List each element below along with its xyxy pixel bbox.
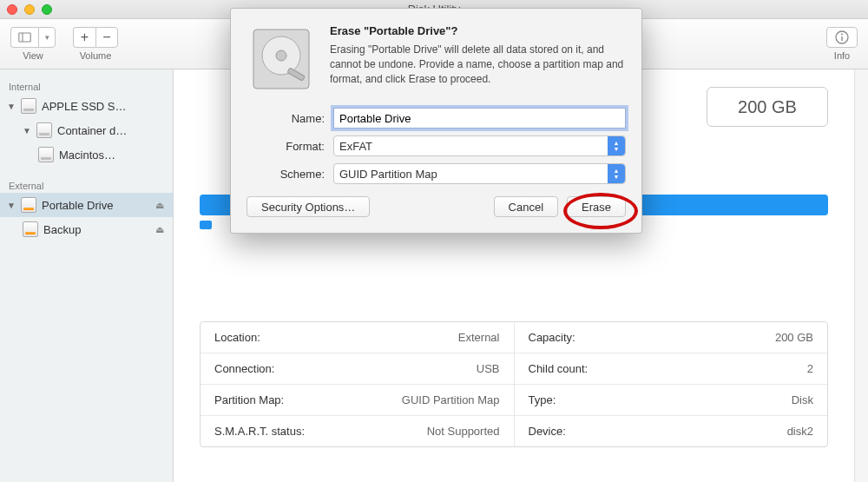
scheme-select[interactable]: GUID Partition Map ▲▼	[333, 163, 626, 184]
info-key: Child count:	[529, 362, 589, 375]
erase-button[interactable]: Erase	[567, 196, 626, 217]
eject-icon[interactable]: ⏏	[155, 200, 164, 211]
disclosure-triangle-icon[interactable]: ▼	[7, 102, 16, 111]
info-key: Type:	[529, 393, 556, 406]
info-key: Capacity:	[529, 331, 575, 344]
name-label: Name:	[247, 112, 333, 125]
select-arrows-icon: ▲▼	[608, 136, 625, 155]
sidebar-item-apple-ssd[interactable]: ▼ APPLE SSD S…	[0, 94, 173, 118]
remove-volume-button[interactable]: −	[95, 27, 118, 48]
sidebar-header-external: External	[0, 175, 173, 193]
sidebar-item-label: APPLE SSD S…	[42, 100, 127, 113]
info-value: 200 GB	[775, 331, 813, 344]
format-select[interactable]: ExFAT ▲▼	[333, 135, 626, 156]
info-key: S.M.A.R.T. status:	[214, 425, 305, 438]
dialog-form: Name: Format: ExFAT ▲▼ Scheme: GUID Part…	[247, 108, 626, 184]
usage-legend-chip	[200, 221, 212, 229]
security-options-button[interactable]: Security Options…	[247, 196, 370, 217]
external-drive-icon	[23, 221, 38, 237]
capacity-box: 200 GB	[707, 87, 828, 127]
drive-icon	[36, 122, 52, 138]
name-field[interactable]	[333, 108, 626, 129]
hard-drive-icon	[247, 24, 316, 94]
volume-group: + − Volume	[73, 27, 118, 61]
info-value: Disk	[792, 393, 813, 406]
info-group: Info	[826, 27, 858, 61]
drive-icon	[21, 98, 36, 114]
view-dropdown-button[interactable]: ▾	[38, 27, 56, 48]
table-row: Partition Map:GUID Partition Map Type:Di…	[201, 385, 827, 416]
format-label: Format:	[247, 140, 333, 153]
dialog-title: Erase "Portable Drive"?	[330, 24, 626, 37]
sidebar-item-label: Backup	[43, 223, 81, 236]
info-value: GUID Partition Map	[402, 393, 500, 406]
scrollbar[interactable]	[854, 69, 868, 482]
info-value: External	[458, 331, 500, 344]
sidebar-header-internal: Internal	[0, 76, 173, 94]
svg-point-7	[841, 34, 843, 36]
table-row: S.M.A.R.T. status:Not Supported Device:d…	[201, 416, 827, 446]
svg-point-11	[276, 50, 286, 61]
svg-rect-0	[19, 33, 30, 42]
table-row: Location:External Capacity:200 GB	[201, 322, 827, 353]
info-button[interactable]	[826, 27, 858, 48]
disk-utility-window: Disk Utility ▾ View + − Volume	[0, 0, 868, 482]
info-value: USB	[477, 362, 500, 375]
cancel-button[interactable]: Cancel	[494, 196, 558, 217]
erase-dialog: Erase "Portable Drive"? Erasing "Portabl…	[230, 8, 642, 234]
eject-icon[interactable]: ⏏	[155, 224, 164, 235]
format-value: ExFAT	[339, 140, 372, 153]
scheme-value: GUID Partition Map	[339, 168, 437, 181]
view-group: ▾ View	[10, 27, 56, 61]
info-key: Device:	[529, 425, 566, 438]
table-row: Connection:USB Child count:2	[201, 353, 827, 385]
sidebar-item-backup[interactable]: Backup ⏏	[0, 217, 173, 241]
sidebar-icon	[18, 30, 31, 45]
sidebar-item-label: Portable Drive	[42, 199, 113, 212]
info-icon	[834, 30, 850, 45]
view-label: View	[23, 50, 43, 61]
sidebar-item-portable-drive[interactable]: ▼ Portable Drive ⏏	[0, 193, 173, 217]
drive-icon	[38, 147, 54, 162]
volume-label: Volume	[80, 50, 112, 61]
sidebar: Internal ▼ APPLE SSD S… ▼ Container d… M…	[0, 69, 174, 482]
sidebar-item-macintosh[interactable]: Macintos…	[0, 142, 173, 167]
info-table: Location:External Capacity:200 GB Connec…	[200, 321, 828, 447]
external-drive-icon	[21, 197, 36, 213]
scheme-label: Scheme:	[247, 168, 333, 181]
info-value: 2	[807, 362, 813, 375]
disclosure-triangle-icon[interactable]: ▼	[23, 126, 31, 135]
add-volume-button[interactable]: +	[73, 27, 95, 48]
info-key: Partition Map:	[214, 393, 284, 406]
chevron-down-icon: ▾	[45, 33, 49, 42]
disclosure-triangle-icon[interactable]: ▼	[7, 201, 16, 210]
sidebar-item-label: Macintos…	[59, 149, 115, 162]
info-label: Info	[834, 50, 850, 61]
info-value: disk2	[787, 425, 813, 438]
svg-rect-8	[841, 36, 842, 41]
info-value: Not Supported	[427, 425, 500, 438]
info-key: Location:	[214, 331, 260, 344]
view-sidebar-button[interactable]	[10, 27, 38, 48]
dialog-description: Erasing "Portable Drive" will delete all…	[330, 43, 626, 86]
sidebar-item-label: Container d…	[57, 124, 127, 137]
sidebar-item-container[interactable]: ▼ Container d…	[0, 118, 173, 142]
info-key: Connection:	[214, 362, 274, 375]
select-arrows-icon: ▲▼	[608, 164, 625, 183]
dialog-buttons: Security Options… Cancel Erase	[247, 196, 626, 217]
